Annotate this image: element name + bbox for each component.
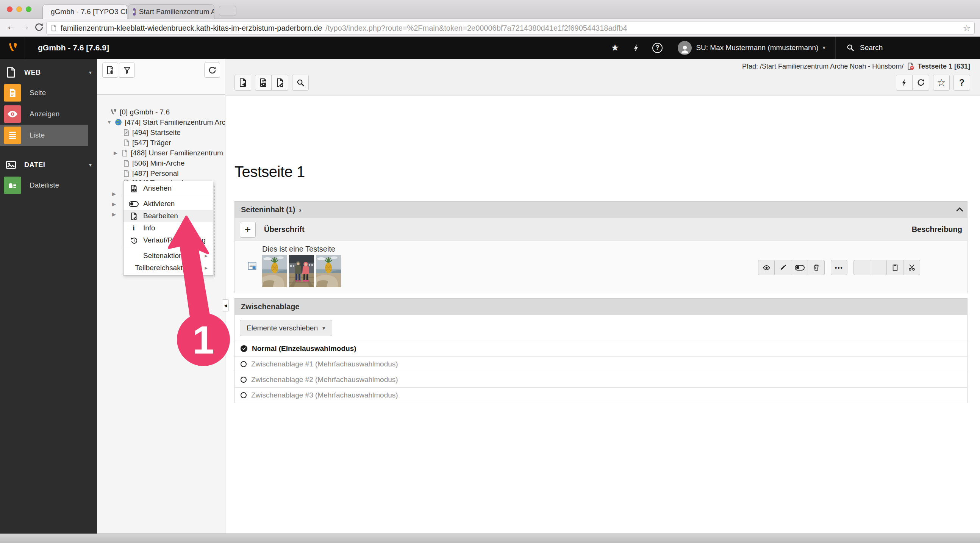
window-zoom-button[interactable] [26,6,32,12]
tree-row-root[interactable]: [0] gGmbh - 7.6 [109,107,170,117]
back-icon[interactable]: ← [6,21,16,32]
toggle-element-button[interactable] [791,260,808,275]
content-element-icon[interactable] [247,261,257,271]
sidebar-item-label: Anzeigen [30,110,59,118]
move-elements-button[interactable]: Elemente verschieben ▾ [240,320,332,336]
url-domain: familienzentrum-kleeblatt-wiedenbrueck.k… [60,24,322,33]
tree-row-494[interactable]: [494] Startseite [123,127,181,137]
tree-collapsed-icon[interactable]: ▶ [112,191,118,197]
edit-element-button[interactable] [775,260,791,275]
tree-row-488[interactable]: ▶ [488] Unser Familienzentrum [114,148,223,158]
tree-row-547[interactable]: [547] Träger [123,137,171,148]
bookmark-button[interactable]: ☆ [933,75,950,91]
sidebar-item-seite[interactable]: Seite [0,82,97,104]
clipboard-mode-1[interactable]: Zwischenablage #1 (Mehrfachauswahlmodus) [235,356,967,372]
sidebar-group-web[interactable]: WEB ▾ [0,62,97,82]
radio-icon [240,377,247,383]
context-item-ansehen[interactable]: Ansehen [124,182,213,194]
clipboard-mode-label: Zwischenablage #3 (Mehrfachauswahlmodus) [251,391,398,400]
forward-icon[interactable]: → [20,21,30,32]
reload-icon[interactable] [34,22,44,32]
tree-row-label: [506] Mini-Arche [132,159,185,167]
bookmarks-button[interactable]: ★ [604,37,625,59]
tree-collapsed-icon[interactable]: ▶ [112,212,118,217]
edit-page-button[interactable] [272,75,288,91]
clipboard-mode-normal[interactable]: Normal (Einzelauswahlmodus) [235,341,967,356]
cut-button[interactable] [904,260,920,275]
window-close-button[interactable] [7,6,13,12]
path-current: Testseite 1 [631] [918,62,970,70]
view-webpage-button[interactable] [255,75,272,91]
search-label: Search [860,44,883,52]
element-actions: ••• [758,260,920,275]
reload-button[interactable] [913,75,929,91]
info-icon: i [129,224,138,232]
sidebar-item-dateiliste[interactable]: Dateiliste [0,175,97,196]
more-options-button[interactable]: ••• [831,260,847,275]
tree-row-hidden-2[interactable]: ▶ [112,199,118,209]
url-path: /typo3/index.php?route=%2Fmain&token=2e0… [325,24,627,33]
context-item-verlauf[interactable]: Verlauf/Rückgängig [124,234,213,246]
help-button[interactable]: ? [647,37,668,59]
sidebar-item-label: Seite [30,89,46,97]
context-item-label: Info [143,224,155,232]
typo3-logo[interactable] [0,37,25,59]
user-menu[interactable]: SU: Max Mustermann (mmustermann) ▾ [668,37,835,59]
topbar-search[interactable]: Search [835,37,980,59]
clipboard-mode-3[interactable]: Zwischenablage #3 (Mehrfachauswahlmodus) [235,387,967,403]
move-down-button[interactable] [870,260,887,275]
context-item-teilbereichsaktionen[interactable]: Teilbereichsaktionen ▸ [124,262,213,274]
move-up-button[interactable] [853,260,870,275]
star-outline-icon: ☆ [937,77,945,89]
browser-tab-inactive[interactable]: ii Start Familienzentrum Arch × [128,4,215,19]
context-item-label: Aktivieren [143,200,175,208]
tree-collapse-handle[interactable]: ◀ [223,299,229,312]
view-module-icon [4,105,21,123]
add-content-button[interactable]: + [240,222,256,237]
filter-button[interactable] [119,62,135,78]
refresh-tree-button[interactable] [204,62,220,78]
new-record-button[interactable] [234,75,251,91]
radio-icon [240,361,247,367]
window-minimize-button[interactable] [16,6,22,12]
clipboard-mode-2[interactable]: Zwischenablage #2 (Mehrfachauswahlmodus) [235,372,967,387]
browser-tab-active[interactable]: gGmbh - 7.6 [TYPO3 CMS × [43,4,127,19]
context-menu: Ansehen Aktivieren Bearbeiten i Info Ver… [123,181,213,275]
tree-row-hidden-3[interactable]: ▶ [112,209,118,220]
tree-row-hidden-1[interactable]: ▶ [112,189,118,199]
search-record-button[interactable] [292,75,309,91]
toggle-icon [129,201,138,207]
eye-icon [762,264,770,272]
sidebar-group-datei[interactable]: DATEI ▾ [0,155,97,175]
tree-collapsed-icon[interactable]: ▶ [112,201,118,207]
sidebar-item-liste[interactable]: Liste [0,125,88,146]
context-item-info[interactable]: i Info [124,222,213,234]
tree-row-506[interactable]: [506] Mini-Arche [123,158,185,168]
clipboard-mode-label: Normal (Einzelauswahlmodus) [252,344,356,353]
context-item-seitenaktionen[interactable]: Seitenaktionen ▸ [124,250,213,262]
content-area: Pfad: /Start Familienzentrum Arche Noah … [226,59,980,533]
copy-button[interactable] [887,260,904,275]
bookmark-star-icon[interactable]: ☆ [963,23,970,33]
tree-collapsed-icon[interactable]: ▶ [114,150,119,156]
new-page-button[interactable] [102,62,118,78]
collapse-panel-icon[interactable] [956,207,963,214]
refresh-icon [917,78,925,87]
hide-element-button[interactable] [758,260,775,275]
content-element-row: Dies ist eine Testseite [234,241,967,293]
clear-cache-button[interactable] [625,37,647,59]
new-tab-button[interactable] [219,6,236,16]
delete-element-button[interactable] [808,260,825,275]
context-item-bearbeiten[interactable]: Bearbeiten [124,210,213,222]
tree-row-487[interactable]: [487] Personal [123,168,179,178]
context-item-aktivieren[interactable]: Aktivieren [124,198,213,210]
sidebar-item-anzeigen[interactable]: Anzeigen [0,104,97,125]
section-header[interactable]: Seiteninhalt (1) › [234,201,967,218]
tree-row-label: [0] gGmbh - 7.6 [120,108,170,116]
url-bar[interactable]: familienzentrum-kleeblatt-wiedenbrueck.k… [46,22,975,35]
tree-row-474[interactable]: ▼ [474] Start Familienzentrum Arc [107,117,225,127]
path-label: Pfad: /Start Familienzentrum Arche Noah … [742,62,904,70]
tree-expanded-icon[interactable]: ▼ [107,119,112,125]
cache-button[interactable] [896,75,913,91]
docheader-help-button[interactable]: ? [953,75,970,91]
